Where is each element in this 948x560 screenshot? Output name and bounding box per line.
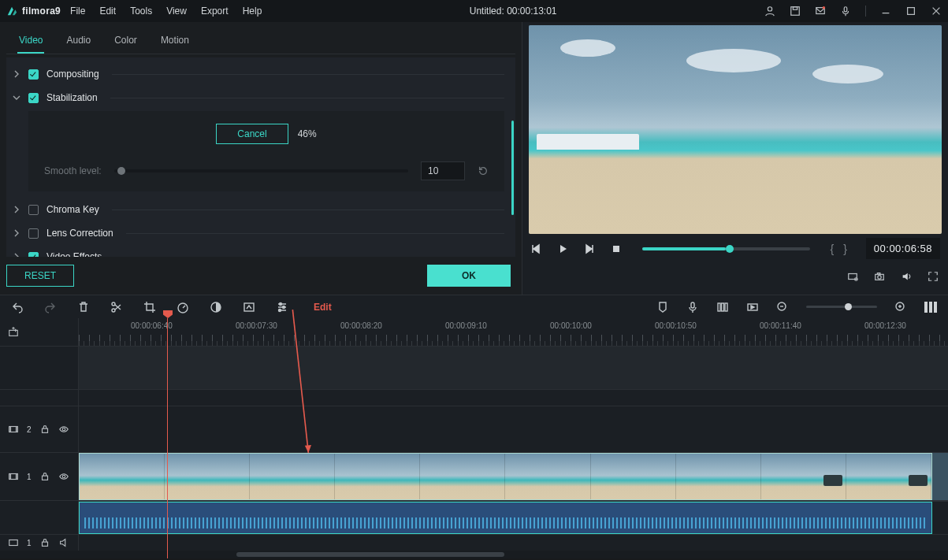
save-icon[interactable] bbox=[790, 6, 801, 17]
track-lane[interactable] bbox=[79, 406, 948, 452]
ruler-stamp: 00:00:10:50 bbox=[655, 321, 760, 330]
mixer-icon[interactable] bbox=[716, 301, 729, 313]
quality-icon[interactable] bbox=[847, 271, 858, 282]
cancel-button[interactable]: Cancel bbox=[216, 124, 288, 144]
zoom-out-icon[interactable] bbox=[776, 301, 789, 313]
maximize-icon[interactable] bbox=[905, 6, 916, 17]
section-chroma-key[interactable]: Chroma Key bbox=[13, 198, 504, 221]
tab-video[interactable]: Video bbox=[17, 30, 44, 54]
video-clip[interactable]: gopro video-1 bbox=[79, 453, 932, 500]
app-name: filmora9 bbox=[22, 6, 61, 17]
mic-icon[interactable] bbox=[840, 6, 851, 17]
ok-button[interactable]: OK bbox=[427, 265, 511, 287]
lock-icon[interactable] bbox=[39, 471, 50, 482]
track-head-v1: 1 bbox=[0, 453, 79, 500]
next-frame-icon[interactable] bbox=[584, 243, 595, 254]
revert-icon[interactable] bbox=[478, 165, 489, 176]
svg-point-15 bbox=[178, 303, 188, 313]
eye-icon[interactable] bbox=[58, 424, 69, 435]
track-head-a1 bbox=[0, 501, 79, 534]
tab-color[interactable]: Color bbox=[113, 30, 139, 54]
crop-icon[interactable] bbox=[143, 301, 156, 313]
track-lane[interactable] bbox=[79, 347, 948, 389]
speed-icon[interactable] bbox=[177, 301, 189, 313]
tab-audio[interactable]: Audio bbox=[65, 30, 92, 54]
minimize-icon[interactable] bbox=[880, 6, 891, 17]
snapshot-icon[interactable] bbox=[874, 271, 885, 282]
section-lens-correction[interactable]: Lens Correction bbox=[13, 221, 504, 245]
lock-icon[interactable] bbox=[39, 537, 50, 548]
record-vo-icon[interactable] bbox=[686, 301, 699, 313]
menu-help[interactable]: Help bbox=[243, 6, 262, 17]
ruler-stamp: 00:00:06:40 bbox=[131, 321, 236, 330]
section-stabilization[interactable]: Stabilization bbox=[13, 86, 504, 109]
fullscreen-icon[interactable] bbox=[928, 271, 939, 282]
svg-rect-21 bbox=[691, 302, 694, 308]
track-empty bbox=[0, 347, 948, 390]
color-icon[interactable] bbox=[210, 301, 222, 313]
panel-tabs: Video Audio Color Motion bbox=[6, 27, 515, 54]
undo-icon[interactable] bbox=[11, 301, 24, 313]
split-icon[interactable] bbox=[110, 301, 123, 313]
svg-rect-22 bbox=[718, 303, 720, 311]
redo-icon[interactable] bbox=[44, 301, 57, 313]
zoom-slider[interactable] bbox=[806, 306, 877, 308]
checkbox-lens[interactable] bbox=[28, 228, 39, 239]
section-video-effects[interactable]: Video Effects bbox=[13, 245, 504, 257]
green-screen-icon[interactable] bbox=[243, 301, 255, 313]
timeline-scrollbar[interactable] bbox=[0, 551, 948, 558]
checkbox-stabilization[interactable] bbox=[28, 93, 39, 103]
tab-motion[interactable]: Motion bbox=[159, 30, 191, 54]
svg-point-18 bbox=[280, 302, 282, 305]
track-lane[interactable] bbox=[79, 501, 948, 534]
svg-rect-7 bbox=[613, 246, 619, 252]
audio-clip[interactable] bbox=[79, 502, 932, 534]
smooth-level-slider[interactable] bbox=[114, 169, 408, 172]
menu-file[interactable]: File bbox=[70, 6, 85, 17]
adjust-icon[interactable] bbox=[276, 301, 288, 313]
main-menu: File Edit Tools View Export Help bbox=[70, 6, 262, 17]
mark-in-out-icon[interactable]: { } bbox=[831, 243, 850, 255]
track-extra: 1 bbox=[0, 535, 948, 551]
play-icon[interactable] bbox=[557, 243, 568, 254]
zoom-in-icon[interactable] bbox=[894, 301, 907, 313]
checkbox-effects[interactable] bbox=[28, 252, 39, 258]
checkbox-compositing[interactable] bbox=[28, 69, 39, 80]
smooth-level-label: Smooth level: bbox=[44, 165, 102, 176]
volume-icon[interactable] bbox=[901, 271, 912, 282]
checkbox-chroma[interactable] bbox=[28, 205, 39, 215]
stabilization-percent: 46% bbox=[298, 128, 317, 139]
account-icon[interactable] bbox=[764, 6, 775, 17]
track-number: 1 bbox=[27, 539, 32, 547]
prev-frame-icon[interactable] bbox=[530, 243, 541, 254]
section-compositing[interactable]: Compositing bbox=[13, 62, 504, 86]
lock-icon[interactable] bbox=[39, 424, 50, 435]
menu-edit[interactable]: Edit bbox=[99, 6, 116, 17]
menu-tools[interactable]: Tools bbox=[130, 6, 152, 17]
smooth-level-value[interactable]: 10 bbox=[421, 161, 465, 180]
render-icon[interactable] bbox=[746, 301, 759, 313]
menu-export[interactable]: Export bbox=[201, 6, 229, 17]
add-track-button[interactable] bbox=[0, 318, 79, 346]
chevron-right-icon bbox=[13, 206, 20, 213]
close-icon[interactable] bbox=[931, 6, 942, 17]
marker-icon[interactable] bbox=[656, 301, 669, 313]
reset-button[interactable]: RESET bbox=[6, 265, 74, 287]
stop-icon[interactable] bbox=[611, 243, 622, 254]
chevron-right-icon bbox=[13, 70, 20, 78]
eye-icon[interactable] bbox=[58, 471, 69, 482]
smooth-level-row: Smooth level: 10 bbox=[44, 161, 489, 180]
track-number: 1 bbox=[27, 473, 32, 481]
mute-icon[interactable] bbox=[58, 537, 69, 548]
preview-scrubber[interactable] bbox=[642, 247, 810, 250]
menu-view[interactable]: View bbox=[166, 6, 187, 17]
svg-rect-1 bbox=[791, 7, 800, 16]
delete-icon[interactable] bbox=[77, 301, 90, 313]
time-ruler[interactable]: 00:00:06:40 00:00:07:30 00:00:08:20 00:0… bbox=[79, 318, 948, 346]
preview-video[interactable] bbox=[529, 25, 942, 234]
message-icon[interactable] bbox=[815, 6, 826, 17]
preview-options bbox=[529, 265, 942, 287]
playhead[interactable] bbox=[167, 318, 168, 558]
zoom-fit-icon[interactable] bbox=[924, 302, 937, 313]
track-lane[interactable]: gopro video-1 bbox=[79, 453, 948, 500]
